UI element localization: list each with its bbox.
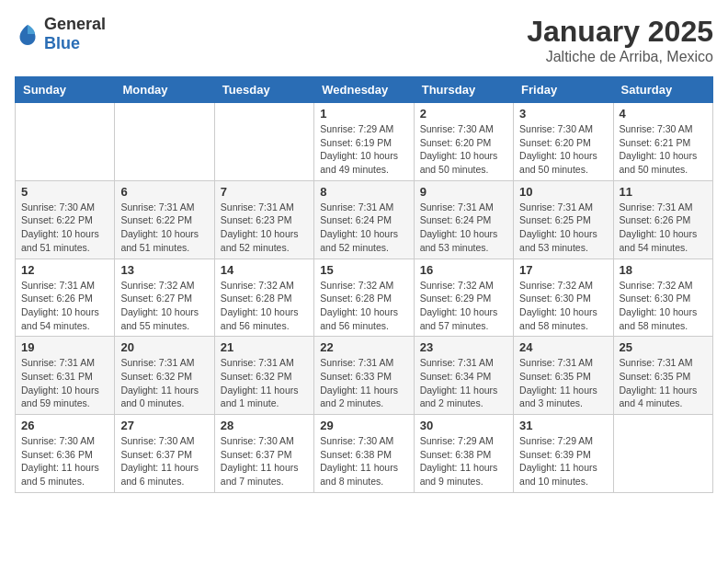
- day-info: Sunrise: 7:29 AM Sunset: 6:39 PM Dayligh…: [519, 434, 607, 488]
- day-number: 24: [519, 340, 607, 354]
- day-info: Sunrise: 7:32 AM Sunset: 6:30 PM Dayligh…: [620, 279, 707, 333]
- weekday-header-thursday: Thursday: [414, 77, 513, 103]
- day-info: Sunrise: 7:30 AM Sunset: 6:36 PM Dayligh…: [21, 434, 108, 488]
- calendar-cell: 27Sunrise: 7:30 AM Sunset: 6:37 PM Dayli…: [115, 415, 214, 493]
- calendar-cell: 23Sunrise: 7:31 AM Sunset: 6:34 PM Dayli…: [414, 337, 513, 415]
- calendar-week-row: 5Sunrise: 7:30 AM Sunset: 6:22 PM Daylig…: [16, 180, 713, 259]
- day-info: Sunrise: 7:31 AM Sunset: 6:22 PM Dayligh…: [120, 201, 208, 255]
- calendar-table: SundayMondayTuesdayWednesdayThursdayFrid…: [15, 76, 713, 493]
- calendar-cell: 12Sunrise: 7:31 AM Sunset: 6:26 PM Dayli…: [16, 259, 115, 337]
- location-title: Jaltiche de Arriba, Mexico: [527, 49, 713, 65]
- calendar-cell: 16Sunrise: 7:32 AM Sunset: 6:29 PM Dayli…: [414, 259, 513, 337]
- logo-general: General: [44, 15, 106, 33]
- weekday-header-wednesday: Wednesday: [314, 77, 414, 103]
- day-number: 12: [21, 263, 108, 277]
- calendar-cell: 13Sunrise: 7:32 AM Sunset: 6:27 PM Dayli…: [115, 259, 214, 337]
- calendar-cell: 19Sunrise: 7:31 AM Sunset: 6:31 PM Dayli…: [16, 337, 115, 415]
- day-number: 21: [221, 340, 308, 354]
- day-info: Sunrise: 7:30 AM Sunset: 6:37 PM Dayligh…: [221, 434, 308, 488]
- calendar-week-row: 1Sunrise: 7:29 AM Sunset: 6:19 PM Daylig…: [16, 103, 713, 181]
- day-number: 28: [221, 419, 308, 432]
- calendar-cell: 6Sunrise: 7:31 AM Sunset: 6:22 PM Daylig…: [115, 180, 214, 259]
- calendar-cell: 4Sunrise: 7:30 AM Sunset: 6:21 PM Daylig…: [613, 103, 712, 181]
- day-info: Sunrise: 7:31 AM Sunset: 6:24 PM Dayligh…: [320, 201, 407, 255]
- day-number: 29: [320, 419, 407, 432]
- day-info: Sunrise: 7:32 AM Sunset: 6:29 PM Dayligh…: [420, 279, 507, 333]
- day-info: Sunrise: 7:30 AM Sunset: 6:38 PM Dayligh…: [320, 434, 407, 488]
- day-info: Sunrise: 7:31 AM Sunset: 6:26 PM Dayligh…: [620, 201, 707, 255]
- calendar-cell: 11Sunrise: 7:31 AM Sunset: 6:26 PM Dayli…: [613, 180, 712, 259]
- day-number: 9: [420, 185, 507, 199]
- calendar-cell: 1Sunrise: 7:29 AM Sunset: 6:19 PM Daylig…: [314, 103, 414, 181]
- day-info: Sunrise: 7:30 AM Sunset: 6:22 PM Dayligh…: [21, 201, 108, 255]
- calendar-cell: 28Sunrise: 7:30 AM Sunset: 6:37 PM Dayli…: [214, 415, 313, 493]
- calendar-cell: 8Sunrise: 7:31 AM Sunset: 6:24 PM Daylig…: [314, 180, 414, 259]
- calendar-cell: 30Sunrise: 7:29 AM Sunset: 6:38 PM Dayli…: [414, 415, 513, 493]
- calendar-cell: 7Sunrise: 7:31 AM Sunset: 6:23 PM Daylig…: [214, 180, 313, 259]
- day-info: Sunrise: 7:29 AM Sunset: 6:38 PM Dayligh…: [420, 434, 507, 488]
- day-info: Sunrise: 7:31 AM Sunset: 6:25 PM Dayligh…: [519, 201, 607, 255]
- calendar-cell: 3Sunrise: 7:30 AM Sunset: 6:20 PM Daylig…: [514, 103, 613, 181]
- calendar-cell: 2Sunrise: 7:30 AM Sunset: 6:20 PM Daylig…: [414, 103, 513, 181]
- calendar-cell: [613, 415, 712, 493]
- logo-icon: [15, 21, 40, 47]
- day-info: Sunrise: 7:32 AM Sunset: 6:27 PM Dayligh…: [120, 279, 208, 333]
- day-number: 17: [519, 263, 607, 277]
- calendar-cell: 14Sunrise: 7:32 AM Sunset: 6:28 PM Dayli…: [214, 259, 313, 337]
- day-number: 19: [21, 340, 108, 354]
- calendar-cell: 24Sunrise: 7:31 AM Sunset: 6:35 PM Dayli…: [514, 337, 613, 415]
- day-number: 3: [519, 107, 607, 121]
- day-number: 16: [420, 263, 507, 277]
- weekday-header-sunday: Sunday: [16, 77, 115, 103]
- calendar-cell: [16, 103, 115, 181]
- calendar-week-row: 19Sunrise: 7:31 AM Sunset: 6:31 PM Dayli…: [16, 337, 713, 415]
- calendar-cell: 20Sunrise: 7:31 AM Sunset: 6:32 PM Dayli…: [115, 337, 214, 415]
- weekday-header-friday: Friday: [514, 77, 613, 103]
- calendar-cell: 31Sunrise: 7:29 AM Sunset: 6:39 PM Dayli…: [514, 415, 613, 493]
- day-number: 11: [620, 185, 707, 199]
- day-number: 13: [120, 263, 208, 277]
- day-number: 15: [320, 263, 407, 277]
- day-info: Sunrise: 7:30 AM Sunset: 6:20 PM Dayligh…: [519, 122, 607, 177]
- calendar-cell: 22Sunrise: 7:31 AM Sunset: 6:33 PM Dayli…: [314, 337, 414, 415]
- day-info: Sunrise: 7:31 AM Sunset: 6:33 PM Dayligh…: [320, 356, 407, 410]
- calendar-cell: 9Sunrise: 7:31 AM Sunset: 6:24 PM Daylig…: [414, 180, 513, 259]
- logo-blue: Blue: [44, 34, 80, 52]
- day-info: Sunrise: 7:31 AM Sunset: 6:35 PM Dayligh…: [519, 356, 607, 410]
- day-number: 20: [120, 340, 208, 354]
- calendar-cell: 5Sunrise: 7:30 AM Sunset: 6:22 PM Daylig…: [16, 180, 115, 259]
- day-number: 25: [620, 340, 707, 354]
- day-info: Sunrise: 7:31 AM Sunset: 6:26 PM Dayligh…: [21, 279, 108, 333]
- day-number: 2: [420, 107, 507, 121]
- calendar-cell: [115, 103, 214, 181]
- calendar-cell: 29Sunrise: 7:30 AM Sunset: 6:38 PM Dayli…: [314, 415, 414, 493]
- day-info: Sunrise: 7:31 AM Sunset: 6:32 PM Dayligh…: [221, 356, 308, 410]
- day-number: 23: [420, 340, 507, 354]
- weekday-header-monday: Monday: [115, 77, 214, 103]
- calendar-cell: 25Sunrise: 7:31 AM Sunset: 6:35 PM Dayli…: [613, 337, 712, 415]
- day-info: Sunrise: 7:30 AM Sunset: 6:20 PM Dayligh…: [420, 122, 507, 177]
- calendar-cell: 17Sunrise: 7:32 AM Sunset: 6:30 PM Dayli…: [514, 259, 613, 337]
- calendar-cell: 18Sunrise: 7:32 AM Sunset: 6:30 PM Dayli…: [613, 259, 712, 337]
- weekday-header-row: SundayMondayTuesdayWednesdayThursdayFrid…: [16, 77, 713, 103]
- day-number: 26: [21, 419, 108, 432]
- title-section: January 2025 Jaltiche de Arriba, Mexico: [527, 15, 713, 65]
- day-number: 30: [420, 419, 507, 432]
- weekday-header-saturday: Saturday: [613, 77, 712, 103]
- day-number: 4: [620, 107, 707, 121]
- logo-text: General Blue: [44, 15, 106, 53]
- day-info: Sunrise: 7:32 AM Sunset: 6:28 PM Dayligh…: [320, 279, 407, 333]
- calendar-cell: [214, 103, 313, 181]
- logo: General Blue: [15, 15, 106, 53]
- day-number: 6: [120, 185, 208, 199]
- day-number: 31: [519, 419, 607, 432]
- day-info: Sunrise: 7:31 AM Sunset: 6:31 PM Dayligh…: [21, 356, 108, 410]
- day-number: 8: [320, 185, 407, 199]
- day-number: 18: [620, 263, 707, 277]
- page-header: General Blue January 2025 Jaltiche de Ar…: [15, 15, 713, 65]
- day-info: Sunrise: 7:31 AM Sunset: 6:23 PM Dayligh…: [221, 201, 308, 255]
- day-info: Sunrise: 7:29 AM Sunset: 6:19 PM Dayligh…: [320, 122, 407, 177]
- day-info: Sunrise: 7:31 AM Sunset: 6:35 PM Dayligh…: [620, 356, 707, 410]
- day-info: Sunrise: 7:31 AM Sunset: 6:32 PM Dayligh…: [120, 356, 208, 410]
- day-number: 10: [519, 185, 607, 199]
